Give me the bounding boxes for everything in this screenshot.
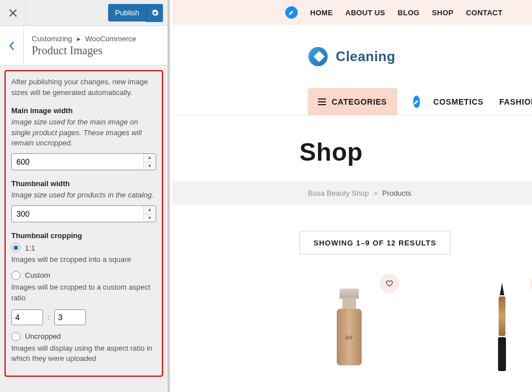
chevron-left-icon [9, 41, 15, 50]
main-image-width-field: ▲▼ [11, 153, 156, 170]
logo-text[interactable]: Cleaning [336, 49, 395, 64]
nav-link-contact[interactable]: CONTACT [466, 8, 503, 17]
breadcrumb-parent: WooCommerce [85, 35, 136, 43]
category-link-cosmetics[interactable]: COSMETICS [434, 97, 484, 106]
categories-label: CATEGORIES [332, 97, 387, 106]
site-preview: HOME ABOUT US BLOG SHOP CONTACT Cleaning… [172, 0, 532, 392]
breadcrumb-current: Products [382, 189, 411, 197]
spinner-up-icon[interactable]: ▲ [144, 154, 156, 162]
product-card-1[interactable]: ior [316, 277, 382, 379]
pencil-icon [288, 9, 295, 16]
spinner-down-icon[interactable]: ▼ [144, 162, 156, 170]
logo-icon [308, 47, 328, 66]
breadcrumb: Customizing ▸ WooCommerce [32, 35, 136, 43]
heart-icon [385, 279, 393, 287]
main-image-width-label: Main image width [11, 106, 156, 115]
aspect-height-input[interactable] [54, 309, 86, 325]
pencil-icon [413, 98, 420, 105]
bottle-label: ior [337, 309, 362, 365]
categories-dropdown-trigger[interactable]: CATEGORIES [308, 88, 397, 115]
radio-uncropped[interactable] [11, 332, 20, 341]
panel-header: Customizing ▸ WooCommerce Product Images [0, 26, 168, 66]
breadcrumb-pre: Customizing [32, 35, 72, 43]
radio-uncropped-label: Uncropped [25, 332, 61, 341]
info-note: After publishing your changes, new image… [11, 77, 156, 98]
aspect-ratio-row: : [11, 309, 156, 325]
thumbnail-cropping-label: Thumbnail cropping [11, 231, 156, 240]
radio-1-1-label: 1:1 [25, 244, 35, 252]
edit-shortcut-button[interactable] [285, 6, 298, 19]
aspect-separator: : [48, 313, 50, 321]
wishlist-button-2[interactable] [530, 274, 532, 293]
page-title: Shop [299, 138, 532, 166]
main-image-width-input[interactable] [11, 153, 156, 170]
nav-link-shop[interactable]: SHOP [432, 8, 453, 17]
panel-top-bar: Publish [0, 0, 168, 26]
thumbnail-width-desc: Image size used for products in the cata… [11, 190, 156, 201]
thumbnail-width-spinner[interactable]: ▲▼ [143, 206, 156, 222]
wishlist-button-1[interactable] [380, 274, 399, 293]
radio-uncropped-help: Images will display using the aspect rat… [11, 343, 156, 365]
category-bar: CATEGORIES COSMETICS FASHION KIT CRE [172, 88, 532, 115]
edit-shortcut-button-2[interactable] [413, 96, 420, 108]
thumbnail-width-label: Thumbnail width [11, 179, 156, 188]
spinner-up-icon[interactable]: ▲ [144, 206, 156, 214]
thumbnail-width-field: ▲▼ [11, 205, 156, 222]
main-image-width-desc: Image size used for the main image on si… [11, 117, 156, 149]
radio-1-1[interactable] [11, 243, 20, 252]
breadcrumb-separator: > [374, 189, 378, 197]
cropping-option-1-1[interactable]: 1:1 [11, 243, 156, 252]
main-image-width-spinner[interactable]: ▲▼ [143, 154, 156, 170]
section-title: Product Images [32, 44, 136, 57]
highlighted-controls-box: After publishing your changes, new image… [5, 70, 163, 377]
aspect-width-input[interactable] [11, 309, 43, 325]
breadcrumb-band: Bosa Beauty Shop > Products [172, 181, 532, 205]
product-image-eyeliner [491, 283, 508, 373]
radio-1-1-help: Images will be cropped into a square [11, 255, 156, 265]
breadcrumb-arrow: ▸ [77, 35, 81, 43]
cropping-option-custom[interactable]: Custom [11, 271, 156, 280]
nav-link-home[interactable]: HOME [310, 8, 333, 17]
thumbnail-width-input[interactable] [11, 205, 156, 222]
product-card-2[interactable] [467, 277, 533, 379]
product-row: ior [172, 277, 532, 379]
close-customizer-button[interactable] [0, 0, 26, 25]
publish-settings-button[interactable] [146, 4, 163, 22]
publish-button[interactable]: Publish [108, 4, 146, 21]
gear-icon [151, 9, 159, 17]
nav-link-blog[interactable]: BLOG [398, 8, 420, 17]
header-text: Customizing ▸ WooCommerce Product Images [24, 26, 144, 65]
panel-body: After publishing your changes, new image… [0, 66, 168, 392]
close-icon [9, 9, 17, 17]
back-button[interactable] [0, 26, 24, 65]
radio-custom-help: Images will be cropped to a custom aspec… [11, 282, 156, 304]
hamburger-icon [318, 98, 326, 105]
publish-actions: Publish [108, 0, 168, 25]
logo-row: Cleaning [172, 25, 532, 88]
customizer-panel: Publish Customizing ▸ WooCommerce Produc… [0, 0, 170, 392]
radio-custom[interactable] [11, 271, 20, 280]
top-nav-bar: HOME ABOUT US BLOG SHOP CONTACT [172, 0, 532, 25]
radio-custom-label: Custom [25, 271, 50, 279]
results-count: SHOWING 1–9 OF 12 RESULTS [299, 231, 451, 255]
nav-link-about[interactable]: ABOUT US [345, 8, 385, 17]
category-link-fashion-kit[interactable]: FASHION KIT [499, 97, 532, 106]
spinner-down-icon[interactable]: ▼ [144, 214, 156, 222]
cropping-option-uncropped[interactable]: Uncropped [11, 332, 156, 341]
product-image-bottle: ior [333, 288, 365, 373]
breadcrumb-root-link[interactable]: Bosa Beauty Shop [308, 189, 369, 197]
